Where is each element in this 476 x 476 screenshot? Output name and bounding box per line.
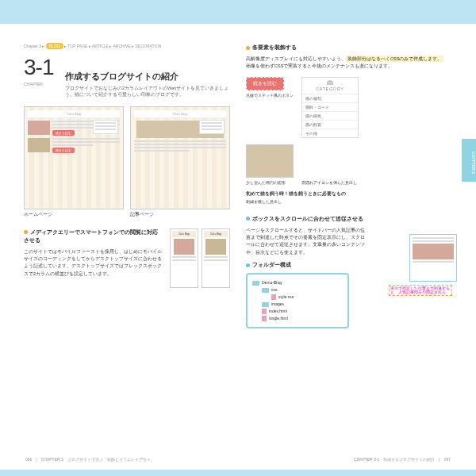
category-icon-label: 雲隠れアイコンを弾んだ見出し <box>301 180 357 185</box>
media-paragraph: このサイトではモバイルファーストを採用し、はじめにモバイルサイズのコーディングを… <box>24 248 162 278</box>
read-more-button: 続きを読む <box>246 77 284 90</box>
breadcrumb: Chapter 3 ▸ BLOG ▸ TOP PAGE ▸ ARTICLE ▸ … <box>24 44 230 48</box>
decorate-paragraph: 高解像度ディスプレイにも対応しやすいよう、装飾部分はなるべくCSSのみで作成しま… <box>246 56 452 71</box>
chapter-number: 3-1 <box>24 55 53 80</box>
media-query-section: メディアクエリーでスマートフォンでの閲覧に対応させる このサイトではモバイルファ… <box>24 228 230 288</box>
top-color-bar <box>0 0 476 24</box>
oval-label: 少し歪んだ楕円の図形 <box>246 180 294 185</box>
footer-left: 096 | CHAPTER 3 ブログサイトで学ぶ「装飾とカラムレイアウト」 <box>25 457 155 462</box>
stitch-label: 点線でステッチ風のボタン <box>246 93 294 98</box>
sticky-sidebar-demo <box>409 234 457 282</box>
oval-image-icon <box>246 144 294 178</box>
mock-logo: Cat's Blog <box>28 110 120 118</box>
category-title: CATEGORY <box>302 78 358 94</box>
mockup-row: Cat's Blog 続きを読む 続きを読む ホームページ Cat's Blog… <box>24 106 230 217</box>
phone-mockups: Cat's Blog Cat's Blog <box>170 228 230 288</box>
sticky-note: 実示で指定した位置まで到達すると、人気記事部分が固定される <box>389 285 452 296</box>
bottom-color-bar <box>0 470 476 476</box>
chapter-label: CHAPTER <box>24 82 53 86</box>
stitch-button-demo: 続きを読む 点線でステッチ風のボタン CATEGORY 猫の種類 猫餌・コード … <box>246 77 452 138</box>
article-caption: 記事ページ <box>130 212 230 217</box>
side-tab: CHAPTER 3 <box>462 139 476 182</box>
left-page: Chapter 3 ▸ BLOG ▸ TOP PAGE ▸ ARTICLE ▸ … <box>24 44 230 444</box>
footer-right: CHAPTER 3-1 作成するブログサイトの紹介 | 097 <box>354 457 451 462</box>
lead-text: ブログサイトでおなじみの2カラムレイアウトのWebサイトを見ていきましょう。猫に… <box>65 85 230 98</box>
right-page: 各要素を装飾する 高解像度ディスプレイにも対応しやすいよう、装飾部分はなるべくC… <box>246 44 452 444</box>
homepage-caption: ホームページ <box>24 212 124 217</box>
folder-icon <box>252 281 259 286</box>
heading-demo: 初めて猫を飼う時！猫を飼うときに必要なもの 刺繍を模した見出し <box>246 191 452 204</box>
file-icon <box>271 294 276 300</box>
decorate-heading: 各要素を装飾する <box>252 44 297 50</box>
folder-tree: Demo-Blog css style.css images index.htm… <box>246 273 349 328</box>
folder-heading: フォルダー構成 <box>252 262 291 267</box>
article-mockup: Cat's Blog <box>130 106 230 209</box>
scroll-paragraph: ページをスクロールすると、サイドバーの人気記事の位置まで到達した時点でその要素を… <box>246 227 365 256</box>
embroidery-label: 刺繍を模した見出し <box>246 199 452 204</box>
oval-image-demo: 少し歪んだ楕円の図形 雲隠れアイコンを弾んだ見出し <box>246 144 452 185</box>
category-card: CATEGORY 猫の種類 猫餌・コード 猫の病気 猫の飼育 その他 <box>301 77 359 138</box>
media-heading: メディアクエリーでスマートフォンでの閲覧に対応させる <box>24 229 158 243</box>
page-title: 作成するブログサイトの紹介 <box>65 71 230 83</box>
scroll-heading: ボックスをスクロールに合わせて追従させる <box>252 216 363 221</box>
embroidery-heading: 初めて猫を飼う時！猫を飼うときに必要なもの <box>246 191 452 197</box>
homepage-mockup: Cat's Blog 続きを読む 続きを読む <box>24 106 124 209</box>
